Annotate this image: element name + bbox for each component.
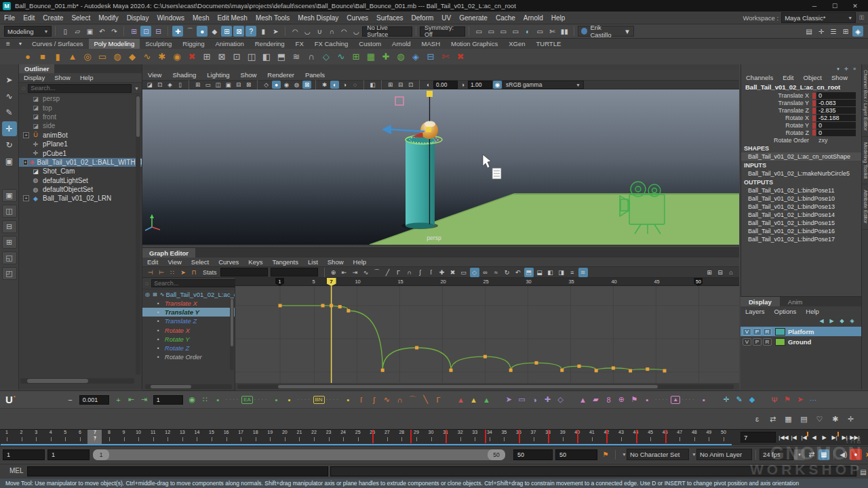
current-frame-flag[interactable]: 7 xyxy=(327,278,336,286)
target-weld-icon[interactable]: ◧ xyxy=(260,50,273,64)
node-item[interactable]: Ball_Tail_v01_02_L:bindPose13 xyxy=(741,203,861,211)
graph-menu-curves[interactable]: Curves xyxy=(214,258,243,266)
outliner-item-side[interactable]: ◪side xyxy=(19,121,142,130)
graph-menu-select[interactable]: Select xyxy=(186,258,214,266)
play-forwards-button[interactable]: ▶ xyxy=(819,431,829,443)
shelf-tab-poly-modeling[interactable]: Poly Modeling xyxy=(89,39,140,49)
stats-field-1[interactable] xyxy=(220,268,268,277)
texture-bake-icon[interactable]: ▭ xyxy=(510,26,521,37)
outliner-vertical-scrollbar[interactable] xyxy=(136,95,140,375)
ab-select-icon[interactable]: ➤ xyxy=(504,394,514,405)
grid-fill-icon[interactable]: ▦ xyxy=(364,50,378,64)
ge-insert-key-icon[interactable]: ⊕ xyxy=(329,268,338,277)
gate-mask-icon[interactable]: ▣ xyxy=(224,81,233,89)
attribute-row-translate-y[interactable]: Translate Y-0.083 xyxy=(741,100,861,107)
workspace-dropdown[interactable]: Maya Classic* ▼ xyxy=(781,12,856,23)
select-tool[interactable]: ➤ xyxy=(2,73,17,87)
layer-menu-options[interactable]: Options xyxy=(770,308,802,315)
graph-editor-node-row[interactable]: ◎ ⊞ ∿ Ball_Tail_v01_02_L:ac_cn_root xyxy=(142,289,235,299)
layout-uv[interactable]: ◰ xyxy=(2,267,17,280)
motion-blur-icon[interactable]: ◌ xyxy=(351,81,359,89)
resolution-gate-icon[interactable]: ◫ xyxy=(214,81,222,89)
character-set-dropdown[interactable]: No Character Set xyxy=(627,449,689,460)
fps-chevron-icon[interactable]: ▼ xyxy=(794,449,805,460)
constraint-5-icon[interactable]: ◠ xyxy=(338,26,349,37)
menu-cache[interactable]: Cache xyxy=(492,14,519,22)
outliner-horizontal-scrollbar[interactable] xyxy=(20,378,134,384)
ge-pre-infinity-icon[interactable]: ◧ xyxy=(546,268,555,277)
tool-settings-toggle-icon[interactable]: ✛ xyxy=(816,26,827,37)
menu-mesh[interactable]: Mesh xyxy=(189,14,213,22)
channel-list-hscrollbar[interactable] xyxy=(145,384,232,389)
attribute-row-translate-x[interactable]: Translate X0 xyxy=(741,92,861,100)
viewport-menu-renderer[interactable]: Renderer xyxy=(262,71,300,79)
ab-step-field[interactable]: 0.001 xyxy=(79,395,109,405)
ge-time-snap-icon[interactable]: ≋ xyxy=(578,268,588,277)
ab-tangent-step-icon[interactable]: Γ xyxy=(433,394,443,405)
le-move-down-icon[interactable]: ▶ xyxy=(827,317,836,325)
attribute-row-rotate-x[interactable]: Rotate X-52.188 xyxy=(741,115,861,122)
graph-menu-help[interactable]: Help xyxy=(349,258,372,266)
node-item[interactable]: Ball_Tail_v01_02_L:ac_cn_rootShape xyxy=(741,152,861,161)
crease-icon[interactable]: ∿ xyxy=(334,50,348,64)
layer-color-swatch[interactable] xyxy=(775,338,785,346)
exposure-icon[interactable]: ◐ xyxy=(424,81,433,89)
attribute-value[interactable]: -0.083 xyxy=(816,100,856,106)
ge-next-key-icon[interactable]: ⇥ xyxy=(351,268,360,277)
maximize-button[interactable]: ☐ xyxy=(825,3,845,9)
poly-cone-icon[interactable]: ▲ xyxy=(66,50,79,64)
favorites-icon[interactable]: ♡ xyxy=(814,413,825,425)
ge-normalize-icon[interactable]: ⊣ xyxy=(146,268,155,277)
graph-menu-list[interactable]: List xyxy=(303,258,323,266)
move-tool[interactable]: ✛ xyxy=(2,121,17,136)
layout-four-view[interactable]: ◫ xyxy=(2,205,17,218)
graph-channel-translate-y[interactable]: ▪Translate Y xyxy=(142,308,235,317)
snapshot-icon[interactable]: ⊞ xyxy=(386,81,395,89)
xray-icon[interactable]: ⊠ xyxy=(302,81,311,89)
ge-buffer-snap-icon[interactable]: ⬒ xyxy=(524,268,534,277)
sequence-icon[interactable]: ⊟ xyxy=(396,81,405,89)
expand-icon[interactable]: + xyxy=(23,159,28,165)
menu-generate[interactable]: Generate xyxy=(455,14,492,22)
minimize-button[interactable]: ─ xyxy=(804,3,825,9)
ge-plateau-tangent-icon[interactable]: ʃ xyxy=(416,268,425,277)
graph-editor-search-input[interactable] xyxy=(151,279,236,287)
shelf-tab-rigging[interactable]: Rigging xyxy=(177,39,210,49)
le-new-empty-icon[interactable]: ◆ xyxy=(837,317,846,325)
attribute-row-rotate-y[interactable]: Rotate Y0 xyxy=(741,122,861,129)
shadows-icon[interactable]: ◐ xyxy=(330,81,339,89)
ge-denormalize-icon[interactable]: ⊢ xyxy=(157,268,166,277)
outliner-toggle-icon[interactable]: ▤ xyxy=(804,26,814,37)
wire-on-shaded-icon[interactable]: ◍ xyxy=(292,81,301,89)
modeling-toolkit-toggle-icon[interactable]: ◈ xyxy=(852,26,863,37)
chevron-down-icon[interactable]: ▼ xyxy=(692,452,696,457)
menu-deform[interactable]: Deform xyxy=(408,14,438,22)
channel-slider-toggle-icon[interactable]: ☰ xyxy=(828,26,839,37)
safe-title-icon[interactable]: ⊠ xyxy=(244,81,253,89)
ab-marquee-icon[interactable]: ▭ xyxy=(517,394,527,405)
menu-modify[interactable]: Modify xyxy=(94,14,122,22)
time-slider-track[interactable]: 7712345689101112131415161718192021222324… xyxy=(0,430,736,446)
shelf-tab-custom[interactable]: Custom xyxy=(353,39,387,49)
scale-tool[interactable]: ▣ xyxy=(2,154,17,169)
chevron-down-icon[interactable]: ▼ xyxy=(134,86,139,91)
viewport-menu-shading[interactable]: Shading xyxy=(167,71,201,79)
node-item[interactable]: Ball_Tail_v01_02_L:bindPose10 xyxy=(741,195,861,203)
outliner-item-shot-cam[interactable]: ◪Shot_Cam xyxy=(19,167,142,176)
expand-icon[interactable]: + xyxy=(23,195,29,201)
menu-edit-mesh[interactable]: Edit Mesh xyxy=(213,14,251,22)
graph-channel-translate-x[interactable]: ▪Translate X xyxy=(142,299,235,308)
ipr-render-icon[interactable]: ▭ xyxy=(486,26,496,37)
go-to-start-button[interactable]: |◀◀ xyxy=(778,431,789,443)
graph-channel-rotate-order[interactable]: ▪Rotate Order xyxy=(142,352,235,361)
layout-single[interactable]: ▣ xyxy=(2,189,17,202)
poly-sphere-icon[interactable]: ● xyxy=(21,50,35,64)
redo-icon[interactable]: ↷ xyxy=(108,26,119,37)
append-icon[interactable]: ✚ xyxy=(379,50,393,64)
slider-chip[interactable]: ▲ xyxy=(671,396,680,404)
layout-hypershade[interactable]: ◱ xyxy=(2,251,17,264)
cb-express-icon[interactable]: ≡ xyxy=(851,66,858,72)
layout-persp-graph[interactable]: ⊞ xyxy=(2,236,17,249)
reduce-icon[interactable]: ◈ xyxy=(409,50,422,64)
textured-icon[interactable]: ◉ xyxy=(282,81,291,89)
